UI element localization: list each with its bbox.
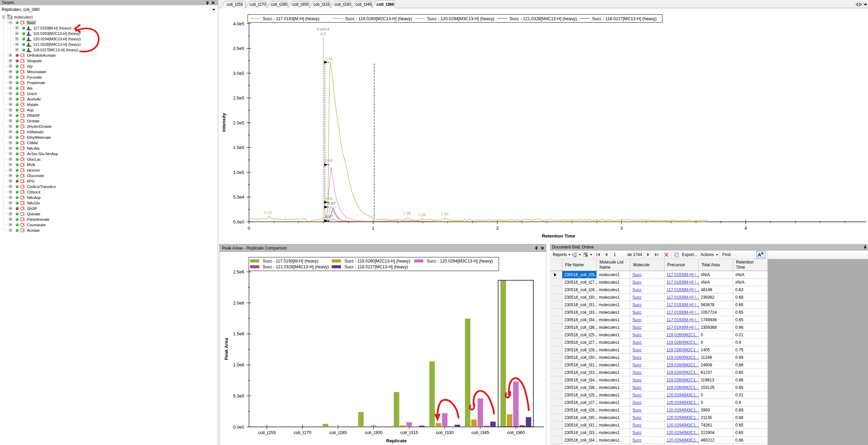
svg-text:0.6: 0.6 <box>320 32 326 36</box>
svg-text:coli_t270: coli_t270 <box>293 430 311 435</box>
svg-text:5.0e5: 5.0e5 <box>233 393 244 399</box>
svg-text:0.67: 0.67 <box>328 201 336 205</box>
svg-text:coli_t330: coli_t330 <box>436 430 453 435</box>
svg-text:5.0e4: 5.0e4 <box>233 194 244 200</box>
svg-text:Intensity: Intensity <box>221 113 226 132</box>
svg-text:2.5e5: 2.5e5 <box>233 95 244 100</box>
svg-text:coli_t285: coli_t285 <box>329 430 347 435</box>
svg-text:Succ - 118.0227[MC13-H] (heavy: Succ - 118.0227[MC13-H] (heavy) <box>344 265 408 269</box>
svg-text:2.5e6: 2.5e6 <box>233 269 244 274</box>
svg-text:3.5e5: 3.5e5 <box>233 46 244 51</box>
svg-text:1.5e6: 1.5e6 <box>233 331 244 336</box>
svg-text:coli_t345: coli_t345 <box>355 2 372 7</box>
svg-text:coli_t285: coli_t285 <box>271 2 287 7</box>
svg-text:coli_t270: coli_t270 <box>250 2 266 7</box>
svg-text:Succ - 119.0260[M2C13-H] (heav: Succ - 119.0260[M2C13-H] (heavy) <box>345 16 412 21</box>
svg-text:4: 4 <box>745 226 747 231</box>
svg-text:2.0e6: 2.0e6 <box>233 300 244 306</box>
svg-text:1.58: 1.58 <box>441 212 448 216</box>
svg-text:0.0e0: 0.0e0 <box>233 424 244 430</box>
svg-text:coli_t330: coli_t330 <box>334 2 351 7</box>
svg-text:coli_t300: coli_t300 <box>365 430 382 435</box>
svg-text:Succ - 119.0260[M2C13-H] (heav: Succ - 119.0260[M2C13-H] (heavy) <box>344 259 410 264</box>
svg-text:Succ - 117.0193[M-H] (heavy): Succ - 117.0193[M-H] (heavy) <box>263 16 319 21</box>
svg-text:Succ - 120.0294[M3C13-H] (heav: Succ - 120.0294[M3C13-H] (heavy) <box>427 16 495 21</box>
svg-text:1.0e5: 1.0e5 <box>233 170 244 175</box>
svg-text:coli_t315: coli_t315 <box>400 430 418 435</box>
svg-text:2: 2 <box>496 226 499 231</box>
svg-text:Succ - 117.0193[M-H] (heavy): Succ - 117.0193[M-H] (heavy) <box>263 259 318 264</box>
svg-text:0.67: 0.67 <box>325 215 333 219</box>
svg-text:0.16: 0.16 <box>264 211 272 215</box>
svg-text:0.0e0: 0.0e0 <box>233 219 244 225</box>
svg-text:coli_t255: coli_t255 <box>226 2 243 7</box>
svg-text:3.0e5: 3.0e5 <box>233 71 244 76</box>
svg-text:Succ - 121.0328[M4C13-H] (heav: Succ - 121.0328[M4C13-H] (heavy) <box>510 16 577 21</box>
svg-text:1.39: 1.39 <box>418 213 425 217</box>
svg-text:coli_t255: coli_t255 <box>258 430 276 435</box>
svg-text:Succ - 118.0227[MC13-H] (heavy: Succ - 118.0227[MC13-H] (heavy) <box>592 16 657 21</box>
svg-text:Retention Time: Retention Time <box>542 233 575 239</box>
svg-text:2.0e5: 2.0e5 <box>233 120 244 125</box>
svg-text:Succ - 120.0294[M3C13-H] (heav: Succ - 120.0294[M3C13-H] (heavy) <box>427 259 493 264</box>
svg-text:0.65: 0.65 <box>325 57 333 61</box>
svg-text:0.65: 0.65 <box>325 159 333 163</box>
svg-text:1: 1 <box>372 226 374 231</box>
svg-text:1.0e6: 1.0e6 <box>233 362 244 367</box>
svg-text:Peak Area: Peak Area <box>224 338 229 360</box>
svg-text:0: 0 <box>248 226 250 231</box>
svg-text:coli_t360: coli_t360 <box>507 430 525 435</box>
svg-text:Succ - 121.0328[M4C13-H] (heav: Succ - 121.0328[M4C13-H] (heavy) <box>263 265 329 269</box>
svg-text:coli_t360: coli_t360 <box>377 2 394 7</box>
svg-text:coli_t315: coli_t315 <box>313 2 330 7</box>
svg-text:Explicit: Explicit <box>317 27 330 31</box>
svg-text:1.28: 1.28 <box>403 211 411 215</box>
svg-text:coli_t300: coli_t300 <box>292 2 308 7</box>
svg-text:0.65: 0.65 <box>325 197 333 201</box>
svg-text:Replicate: Replicate <box>386 438 407 443</box>
svg-text:coli_t345: coli_t345 <box>471 430 489 435</box>
svg-text:1.5e5: 1.5e5 <box>233 145 244 150</box>
svg-text:3: 3 <box>620 226 623 231</box>
svg-text:4.0e5: 4.0e5 <box>233 21 244 26</box>
